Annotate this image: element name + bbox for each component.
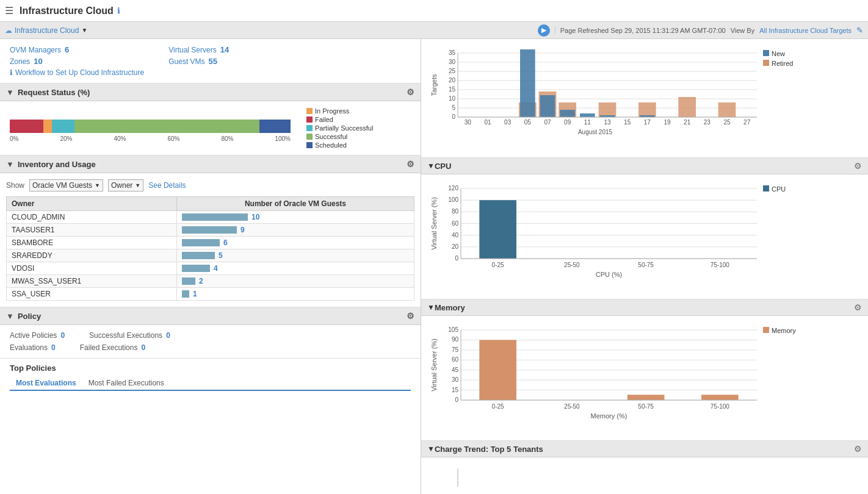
svg-text:105: 105 [448,326,458,333]
count-value: 4 [214,264,218,273]
table-row: SBAMBORE 6 [7,237,414,249]
ovm-managers-value: 6 [65,45,69,54]
memory-chart-header: ▼ Memory ⚙ [421,299,868,316]
legend-label: Failed [315,116,333,123]
charge-trend-section: ▼ Charge Trend: Top 5 Tenants ⚙ [421,441,868,494]
policy-title: Policy [18,312,407,321]
bar-segment [74,120,260,133]
dropdown-arrow-icon[interactable]: ▼ [81,27,87,34]
inventory-table: Owner Number of Oracle VM Guests CLOUD_A… [6,196,414,301]
svg-text:27: 27 [743,119,751,126]
evaluations-label: Evaluations [10,343,48,352]
legend-color-box [306,108,313,114]
cpu-toggle-icon[interactable]: ▼ [427,162,435,170]
policy-body: Active Policies 0 Successful Executions … [0,325,421,358]
tab-most-failed[interactable]: Most Failed Executions [82,376,170,390]
guest-vms-label: Guest VMs [168,57,204,66]
workflow-link-text[interactable]: Workflow to Set Up Cloud Infrastructure [15,68,144,77]
memory-chart-title: Memory [435,303,854,312]
count-cell: 1 [176,288,414,301]
charge-toggle-icon[interactable]: ▼ [427,445,435,453]
svg-text:10: 10 [449,95,456,102]
new-bar [560,110,575,117]
tab-most-evaluations[interactable]: Most Evaluations [10,376,82,391]
svg-text:45: 45 [452,367,459,373]
new-legend-color [763,50,769,56]
svg-text:75: 75 [452,346,459,353]
menu-icon[interactable]: ☰ [5,5,13,16]
view-by-value[interactable]: All Infrastructure Cloud Targets [759,27,852,34]
breadcrumb-text[interactable]: Infrastructure Cloud [15,26,79,35]
svg-text:75-100: 75-100 [711,403,730,410]
chart-bar [479,200,516,259]
retired-bar [678,97,696,117]
svg-text:Virtual Server (%): Virtual Server (%) [430,197,438,250]
inventory-gear-icon[interactable]: ⚙ [407,159,414,169]
count-cell: 6 [176,237,414,249]
policy-gear-icon[interactable]: ⚙ [407,311,414,321]
count-value: 1 [193,290,197,298]
retired-legend-color [763,60,769,66]
svg-text:09: 09 [564,119,571,126]
count-value: 5 [219,251,223,260]
memory-gear-icon[interactable]: ⚙ [854,302,862,312]
svg-text:CPU (%): CPU (%) [596,271,622,278]
mini-bar [182,265,210,272]
edit-icon[interactable]: ✎ [856,26,863,35]
svg-text:25-50: 25-50 [564,403,580,410]
count-cell: 2 [176,275,414,288]
cpu-gear-icon[interactable]: ⚙ [854,161,862,171]
count-value: 10 [251,213,259,221]
chart-bar [627,395,665,400]
group-select-arrow: ▼ [135,182,140,188]
bar-segment [43,120,52,133]
request-status-title: Request Status (%) [18,88,407,97]
svg-text:21: 21 [684,119,691,126]
legend-item: Failed [306,116,373,123]
table-row: MWAS_SSA_USER1 2 [7,275,414,288]
owner-cell: VDOSI [7,262,177,275]
memory-toggle-icon[interactable]: ▼ [427,303,435,312]
svg-text:0: 0 [455,396,458,403]
info-icon[interactable]: ℹ [117,6,120,15]
summary-section: OVM Managers 6 Zones 10 ℹ Workflow to Se… [0,39,421,84]
legend-item: Partially Successful [306,124,373,132]
svg-text:13: 13 [604,119,611,126]
svg-text:CPU: CPU [772,185,786,193]
new-bar [540,95,555,117]
svg-text:35: 35 [449,49,456,56]
legend-color-box [306,116,313,123]
inventory-controls: Show Oracle VM Guests ▼ Owner ▼ See Deta… [6,179,414,192]
svg-text:07: 07 [544,119,551,126]
top-policies-title: Top Policies [10,363,411,373]
header: ☰ Infrastructure Cloud ℹ [0,0,868,22]
charge-trend-gear-icon[interactable]: ⚙ [854,444,862,454]
see-details-link[interactable]: See Details [148,181,186,190]
svg-text:New: New [772,50,785,57]
show-select[interactable]: Oracle VM Guests ▼ [29,179,103,192]
successful-executions-value: 0 [166,331,170,340]
group-select[interactable]: Owner ▼ [108,179,143,192]
policy-toggle-icon[interactable]: ▼ [6,312,14,321]
legend-label: In Progress [315,107,349,115]
right-panel: 05101520253035Targets3001030507091113151… [421,39,868,494]
owner-cell: TAASUSER1 [7,224,177,237]
count-cell: 4 [176,262,414,275]
cpu-chart-title: CPU [435,162,854,171]
evaluations-value: 0 [51,343,56,352]
bar-x-label: 100% [275,135,291,142]
chart-bar [701,395,739,400]
svg-text:15: 15 [624,119,631,126]
inventory-toggle-icon[interactable]: ▼ [6,160,14,169]
toggle-icon[interactable]: ▼ [6,88,14,97]
svg-text:50-75: 50-75 [638,262,654,268]
refresh-button[interactable]: ▶ [538,24,550,37]
request-status-gear-icon[interactable]: ⚙ [407,87,414,97]
owner-cell: SSA_USER [7,288,177,301]
mini-bar [182,252,215,259]
page-refreshed-text: Page Refreshed Sep 29, 2015 11:31:29 AM … [555,27,726,34]
stacked-bar [10,120,291,133]
legend-item: Scheduled [306,141,373,149]
left-panel: OVM Managers 6 Zones 10 ℹ Workflow to Se… [0,39,421,494]
bar-labels: 0%20%40%60%80%100% [10,135,291,142]
